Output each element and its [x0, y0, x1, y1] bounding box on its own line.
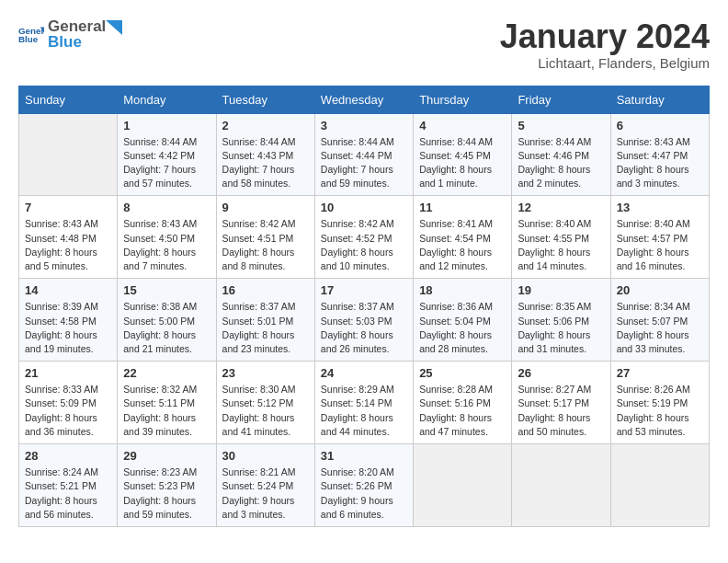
day-number: 19 — [518, 283, 604, 297]
day-number: 7 — [25, 201, 111, 214]
day-cell: 3Sunrise: 8:44 AM Sunset: 4:44 PM Daylig… — [314, 113, 413, 196]
day-info: Sunrise: 8:21 AM Sunset: 5:24 PM Dayligh… — [222, 465, 309, 522]
day-number: 24 — [321, 366, 407, 380]
day-info: Sunrise: 8:29 AM Sunset: 5:14 PM Dayligh… — [321, 383, 407, 439]
day-info: Sunrise: 8:38 AM Sunset: 5:00 PM Dayligh… — [123, 300, 210, 356]
day-cell: 12Sunrise: 8:40 AM Sunset: 4:55 PM Dayli… — [512, 196, 610, 279]
header-row: SundayMondayTuesdayWednesdayThursdayFrid… — [19, 86, 710, 113]
day-number: 22 — [123, 366, 210, 380]
day-number: 13 — [617, 201, 703, 214]
day-number: 8 — [123, 201, 210, 214]
day-cell: 9Sunrise: 8:42 AM Sunset: 4:51 PM Daylig… — [216, 196, 314, 279]
day-info: Sunrise: 8:30 AM Sunset: 5:12 PM Dayligh… — [222, 383, 309, 439]
svg-marker-3 — [106, 20, 122, 35]
day-info: Sunrise: 8:43 AM Sunset: 4:47 PM Dayligh… — [617, 135, 703, 191]
day-info: Sunrise: 8:37 AM Sunset: 5:03 PM Dayligh… — [321, 300, 407, 356]
day-cell: 11Sunrise: 8:41 AM Sunset: 4:54 PM Dayli… — [414, 196, 512, 279]
day-cell: 27Sunrise: 8:26 AM Sunset: 5:19 PM Dayli… — [610, 362, 709, 444]
day-info: Sunrise: 8:44 AM Sunset: 4:42 PM Dayligh… — [123, 135, 210, 191]
day-info: Sunrise: 8:40 AM Sunset: 4:57 PM Dayligh… — [617, 217, 703, 273]
day-number: 20 — [617, 283, 703, 297]
day-cell: 2Sunrise: 8:44 AM Sunset: 4:43 PM Daylig… — [216, 113, 314, 196]
calendar-table: SundayMondayTuesdayWednesdayThursdayFrid… — [18, 86, 710, 527]
day-number: 5 — [518, 119, 604, 132]
calendar-title: January 2024 — [500, 18, 710, 55]
day-number: 21 — [25, 366, 111, 380]
day-info: Sunrise: 8:20 AM Sunset: 5:26 PM Dayligh… — [321, 465, 407, 522]
header-cell-tuesday: Tuesday — [216, 86, 314, 113]
day-cell: 22Sunrise: 8:32 AM Sunset: 5:11 PM Dayli… — [118, 362, 216, 444]
day-info: Sunrise: 8:23 AM Sunset: 5:23 PM Dayligh… — [123, 465, 210, 522]
day-number: 26 — [518, 366, 604, 380]
svg-text:Blue: Blue — [18, 34, 39, 44]
day-number: 4 — [419, 119, 506, 132]
day-number: 23 — [222, 366, 309, 380]
header-cell-sunday: Sunday — [19, 86, 118, 113]
day-cell — [414, 444, 512, 527]
day-info: Sunrise: 8:41 AM Sunset: 4:54 PM Dayligh… — [419, 217, 506, 273]
day-number: 31 — [321, 449, 407, 463]
day-info: Sunrise: 8:37 AM Sunset: 5:01 PM Dayligh… — [222, 300, 309, 356]
day-cell: 19Sunrise: 8:35 AM Sunset: 5:06 PM Dayli… — [512, 279, 610, 362]
day-info: Sunrise: 8:43 AM Sunset: 4:50 PM Dayligh… — [123, 217, 210, 273]
day-cell: 20Sunrise: 8:34 AM Sunset: 5:07 PM Dayli… — [610, 279, 709, 362]
day-info: Sunrise: 8:32 AM Sunset: 5:11 PM Dayligh… — [123, 383, 210, 439]
day-cell: 1Sunrise: 8:44 AM Sunset: 4:42 PM Daylig… — [118, 113, 216, 196]
day-info: Sunrise: 8:39 AM Sunset: 4:58 PM Dayligh… — [25, 300, 111, 356]
week-row: 28Sunrise: 8:24 AM Sunset: 5:21 PM Dayli… — [19, 444, 710, 527]
logo-line2: Blue — [48, 34, 122, 52]
day-number: 6 — [617, 119, 703, 132]
day-info: Sunrise: 8:34 AM Sunset: 5:07 PM Dayligh… — [617, 300, 703, 356]
day-cell: 5Sunrise: 8:44 AM Sunset: 4:46 PM Daylig… — [512, 113, 610, 196]
day-cell: 24Sunrise: 8:29 AM Sunset: 5:14 PM Dayli… — [314, 362, 413, 444]
day-info: Sunrise: 8:36 AM Sunset: 5:04 PM Dayligh… — [419, 300, 506, 356]
day-cell: 16Sunrise: 8:37 AM Sunset: 5:01 PM Dayli… — [216, 279, 314, 362]
header-cell-thursday: Thursday — [414, 86, 512, 113]
day-number: 17 — [321, 283, 407, 297]
day-number: 29 — [123, 449, 210, 463]
page-header: General Blue General Blue January 2024 L… — [18, 18, 710, 71]
day-info: Sunrise: 8:42 AM Sunset: 4:51 PM Dayligh… — [222, 217, 309, 273]
week-row: 21Sunrise: 8:33 AM Sunset: 5:09 PM Dayli… — [19, 362, 710, 444]
day-info: Sunrise: 8:43 AM Sunset: 4:48 PM Dayligh… — [25, 217, 111, 273]
day-number: 10 — [321, 201, 407, 214]
day-cell: 6Sunrise: 8:43 AM Sunset: 4:47 PM Daylig… — [610, 113, 709, 196]
day-number: 27 — [617, 366, 703, 380]
day-cell: 26Sunrise: 8:27 AM Sunset: 5:17 PM Dayli… — [512, 362, 610, 444]
day-number: 28 — [25, 449, 111, 463]
logo: General Blue General Blue — [18, 18, 122, 51]
logo-icon: General Blue — [18, 22, 44, 48]
day-cell — [512, 444, 610, 527]
day-info: Sunrise: 8:42 AM Sunset: 4:52 PM Dayligh… — [321, 217, 407, 273]
day-number: 11 — [419, 201, 506, 214]
day-cell: 21Sunrise: 8:33 AM Sunset: 5:09 PM Dayli… — [19, 362, 118, 444]
day-cell: 7Sunrise: 8:43 AM Sunset: 4:48 PM Daylig… — [19, 196, 118, 279]
day-info: Sunrise: 8:26 AM Sunset: 5:19 PM Dayligh… — [617, 383, 703, 439]
day-cell: 29Sunrise: 8:23 AM Sunset: 5:23 PM Dayli… — [118, 444, 216, 527]
day-cell: 23Sunrise: 8:30 AM Sunset: 5:12 PM Dayli… — [216, 362, 314, 444]
calendar-subtitle: Lichtaart, Flanders, Belgium — [500, 55, 710, 71]
day-number: 30 — [222, 449, 309, 463]
day-info: Sunrise: 8:44 AM Sunset: 4:44 PM Dayligh… — [321, 135, 407, 191]
header-cell-friday: Friday — [512, 86, 610, 113]
day-number: 25 — [419, 366, 506, 380]
day-cell: 25Sunrise: 8:28 AM Sunset: 5:16 PM Dayli… — [414, 362, 512, 444]
day-number: 12 — [518, 201, 604, 214]
day-info: Sunrise: 8:27 AM Sunset: 5:17 PM Dayligh… — [518, 383, 604, 439]
header-cell-saturday: Saturday — [610, 86, 709, 113]
week-row: 7Sunrise: 8:43 AM Sunset: 4:48 PM Daylig… — [19, 196, 710, 279]
day-cell: 31Sunrise: 8:20 AM Sunset: 5:26 PM Dayli… — [314, 444, 413, 527]
day-info: Sunrise: 8:35 AM Sunset: 5:06 PM Dayligh… — [518, 300, 604, 356]
day-number: 1 — [123, 119, 210, 132]
day-cell: 13Sunrise: 8:40 AM Sunset: 4:57 PM Dayli… — [610, 196, 709, 279]
header-cell-monday: Monday — [118, 86, 216, 113]
week-row: 1Sunrise: 8:44 AM Sunset: 4:42 PM Daylig… — [19, 113, 710, 196]
day-number: 18 — [419, 283, 506, 297]
day-cell: 28Sunrise: 8:24 AM Sunset: 5:21 PM Dayli… — [19, 444, 118, 527]
day-cell: 18Sunrise: 8:36 AM Sunset: 5:04 PM Dayli… — [414, 279, 512, 362]
day-cell: 17Sunrise: 8:37 AM Sunset: 5:03 PM Dayli… — [314, 279, 413, 362]
calendar-header: SundayMondayTuesdayWednesdayThursdayFrid… — [19, 86, 710, 113]
day-info: Sunrise: 8:44 AM Sunset: 4:45 PM Dayligh… — [419, 135, 506, 191]
title-block: January 2024 Lichtaart, Flanders, Belgiu… — [500, 18, 710, 71]
day-info: Sunrise: 8:28 AM Sunset: 5:16 PM Dayligh… — [419, 383, 506, 439]
